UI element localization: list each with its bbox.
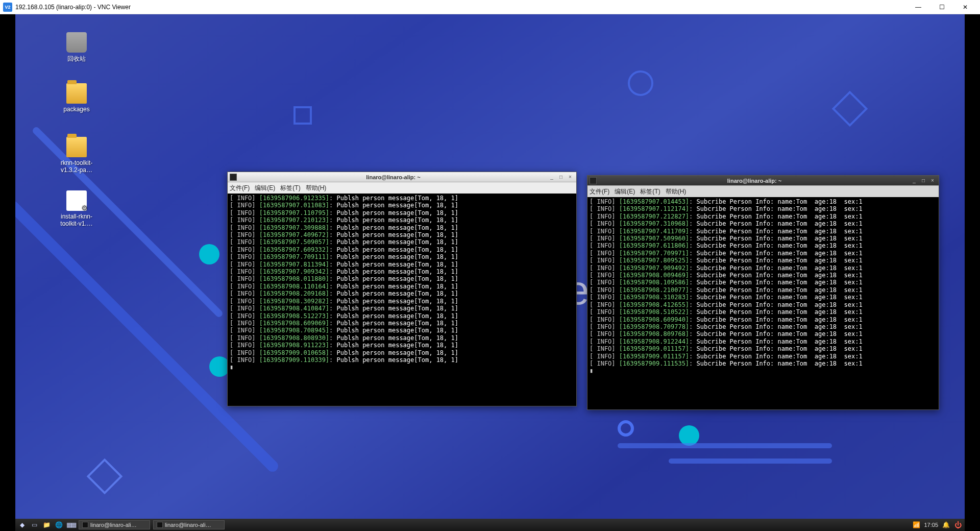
bg-shape (87, 458, 123, 495)
bg-shape (679, 425, 699, 446)
terminal-menubar: 文件(F) 编辑(E) 标签(T) 帮助(H) (228, 182, 576, 194)
icon-label: packages (63, 106, 89, 113)
vnc-titlebar[interactable]: V2 192.168.0.105 (linaro-alip:0) - VNC V… (0, 0, 980, 14)
menu-edit[interactable]: 编辑(E) (255, 184, 275, 192)
file-manager-icon[interactable]: 📁 (42, 520, 51, 529)
taskbar-item[interactable]: linaro@linaro-ali… (79, 520, 150, 529)
taskbar-item[interactable]: linaro@linaro-ali… (153, 520, 225, 529)
bg-shape (628, 70, 653, 96)
vnc-content: e 回收站 packages rknn-toolkit-v1.3.2-pa… i… (0, 14, 980, 531)
terminal-icon (230, 174, 237, 181)
remote-desktop[interactable]: e 回收站 packages rknn-toolkit-v1.3.2-pa… i… (15, 14, 965, 531)
terminal-subscriber[interactable]: linaro@linaro-alip: ~ _ □ × 文件(F) 编辑(E) … (587, 175, 939, 410)
desktop-icon-packages[interactable]: packages (54, 83, 100, 113)
icon-label: 回收站 (67, 55, 86, 63)
bg-shape (199, 244, 219, 264)
terminal-icon (590, 177, 597, 184)
win-minimize-button[interactable]: — (906, 0, 930, 14)
folder-icon (66, 83, 87, 104)
icon-label: install-rknn-toolkit-v1.… (54, 213, 100, 227)
terminal-titlebar[interactable]: linaro@linaro-alip: ~ _ □ × (587, 176, 939, 186)
menu-help[interactable]: 帮助(H) (666, 187, 687, 196)
terminal-close-button[interactable]: × (928, 177, 937, 184)
bg-shape (669, 458, 832, 464)
taskbar-item-label: linaro@linaro-ali… (165, 522, 211, 528)
terminal-max-button[interactable]: □ (919, 177, 927, 184)
network-icon[interactable]: 📶 (912, 520, 921, 529)
menu-help[interactable]: 帮助(H) (306, 184, 327, 192)
bg-shape (209, 356, 230, 377)
bg-shape (618, 443, 832, 448)
trash-icon (66, 32, 87, 53)
start-menu-icon[interactable]: ◆ (17, 520, 27, 529)
power-icon[interactable]: ⏻ (953, 520, 963, 529)
terminal-icon (157, 522, 163, 528)
terminal-close-button[interactable]: × (566, 174, 574, 181)
desktop-icon-rknn-toolkit[interactable]: rknn-toolkit-v1.3.2-pa… (54, 137, 100, 174)
terminal-min-button[interactable]: _ (548, 174, 556, 181)
terminal-body[interactable]: [ INFO] [1639587907.014453]: Subcribe Pe… (587, 197, 939, 409)
vnc-title: 192.168.0.105 (linaro-alip:0) - VNC View… (15, 4, 906, 11)
bg-shape (618, 420, 634, 437)
terminal-title: linaro@linaro-alip: ~ (240, 174, 547, 180)
terminal-icon (82, 522, 88, 528)
system-tray: 📶 17:05 🔔 ⏻ (912, 520, 963, 529)
browser-icon[interactable]: 🌐 (54, 520, 63, 529)
terminal-min-button[interactable]: _ (910, 177, 918, 184)
terminal-titlebar[interactable]: linaro@linaro-alip: ~ _ □ × (228, 172, 576, 182)
terminal-publisher[interactable]: linaro@linaro-alip: ~ _ □ × 文件(F) 编辑(E) … (227, 172, 577, 406)
terminal-max-button[interactable]: □ (557, 174, 565, 181)
icon-label: rknn-toolkit-v1.3.2-pa… (54, 159, 100, 174)
workspace-switcher-icon[interactable]: ▦▦ (66, 520, 76, 529)
menu-tabs[interactable]: 标签(T) (640, 187, 660, 196)
bg-shape (832, 91, 868, 127)
clock[interactable]: 17:05 (924, 522, 938, 528)
terminal-menubar: 文件(F) 编辑(E) 标签(T) 帮助(H) (587, 186, 939, 197)
menu-edit[interactable]: 编辑(E) (615, 187, 635, 196)
menu-file[interactable]: 文件(F) (590, 187, 609, 196)
folder-icon (66, 137, 87, 157)
terminal-body[interactable]: [ INFO] [1639587906.912335]: Publsh pers… (228, 194, 576, 406)
show-desktop-icon[interactable]: ▭ (30, 520, 39, 529)
bg-shape (293, 106, 312, 125)
taskbar[interactable]: ◆ ▭ 📁 🌐 ▦▦ linaro@linaro-ali… linaro@lin… (15, 519, 965, 531)
desktop-icon-install-script[interactable]: install-rknn-toolkit-v1.… (54, 190, 100, 227)
vnc-window: V2 192.168.0.105 (linaro-alip:0) - VNC V… (0, 0, 980, 531)
desktop-icon-recycle[interactable]: 回收站 (54, 32, 100, 63)
win-close-button[interactable]: ✕ (953, 0, 977, 14)
terminal-title: linaro@linaro-alip: ~ (600, 178, 909, 184)
taskbar-item-label: linaro@linaro-ali… (90, 522, 137, 528)
vnc-app-icon: V2 (3, 3, 12, 12)
notifications-icon[interactable]: 🔔 (941, 520, 950, 529)
script-icon (66, 190, 87, 211)
menu-tabs[interactable]: 标签(T) (280, 184, 300, 192)
menu-file[interactable]: 文件(F) (230, 184, 250, 192)
win-maximize-button[interactable]: ☐ (930, 0, 953, 14)
